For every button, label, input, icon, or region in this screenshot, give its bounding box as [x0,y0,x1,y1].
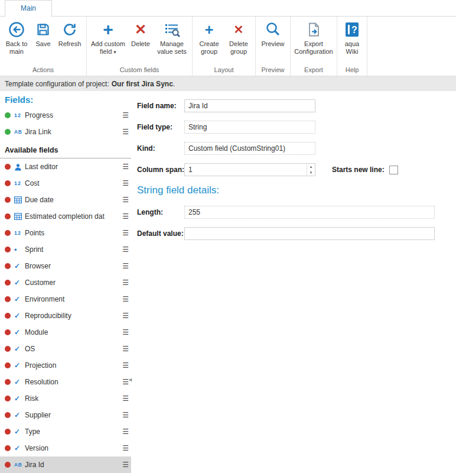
drag-handle-icon[interactable]: ☰ [122,295,129,303]
stepper-buttons: ▲ ▼ [307,164,315,176]
status-dot-red-icon [5,396,11,401]
create-group-button[interactable]: + Create group [194,18,224,56]
status-dot-red-icon [5,230,11,236]
field-label: Customer [25,279,120,287]
field-item[interactable]: ✓ Environment ☰ [0,291,131,307]
drag-handle-icon[interactable]: ☰ [122,394,129,403]
field-item[interactable]: ✓ Risk ☰ [0,390,131,407]
check-type-icon: ✓ [14,328,25,336]
field-item[interactable]: Last editor ☰ [0,158,131,175]
field-item[interactable]: ✓ Module ☰ [0,324,131,341]
drag-handle-icon[interactable]: ☰ [122,279,129,287]
calendar-type-icon [14,196,25,203]
calendar-type-icon [14,213,25,220]
sidebar-collapse-arrow[interactable]: ◄ [128,377,133,383]
drag-handle-icon[interactable]: ☰ [122,345,129,353]
stepper-up-button[interactable]: ▲ [307,164,315,170]
delete-group-button[interactable]: ✕ Delete group [224,18,253,56]
field-item[interactable]: ✓ Resolution ☰ [0,374,131,390]
drag-handle-icon[interactable]: ☰ [122,179,129,187]
status-dot-red-icon [5,263,11,269]
default-value-row: Default value: [137,227,456,240]
back-to-main-button[interactable]: Back to main [2,18,31,56]
field-item[interactable]: ✓ Version ☰ [0,440,131,456]
stepper-down-button[interactable]: ▼ [307,170,315,176]
field-item[interactable]: Estimated completion dat ☰ [0,208,131,225]
drag-handle-icon[interactable]: ☰ [122,428,129,436]
drag-handle-icon[interactable]: ☰ [122,229,129,237]
check-type-icon: ✓ [14,378,25,386]
field-label: Resolution [25,378,120,386]
tab-main[interactable]: Main [5,0,52,17]
length-row: Length: [137,206,456,219]
info-prefix: Template configuration of project: [5,80,109,88]
status-dot-red-icon [5,296,11,302]
drag-handle-icon[interactable]: ☰ [122,262,129,270]
field-item[interactable]: AB Jira Link ☰ [0,124,131,140]
aqua-wiki-button[interactable]: ? aqua Wiki [339,18,365,56]
content-area: Fields: 12 Progress ☰ AB Jira Link ☰ Ava… [0,91,456,476]
field-item[interactable]: 12 Cost ☰ [0,175,131,192]
field-item[interactable]: ✓ Customer ☰ [0,274,131,291]
ribbon-group-export: Export Configuration Export [291,17,337,76]
drag-handle-icon[interactable]: ☰ [122,328,129,336]
column-span-stepper: ▲ ▼ [184,163,315,176]
length-label: Length: [137,208,184,216]
ribbon-group-help: ? aqua Wiki Help [337,17,367,76]
manage-value-sets-button[interactable]: Manage value sets [154,18,190,56]
check-type-icon: ✓ [14,345,25,353]
status-dot-red-icon [5,412,11,418]
field-label: Version [25,444,120,452]
default-value-input[interactable] [184,227,435,240]
status-dot-red-icon [5,445,11,451]
drag-handle-icon[interactable]: ☰ [122,411,129,419]
ribbon-group-custom-fields: + Add custom field ▾ ✕ Delete Manage val… [87,17,193,76]
drag-handle-icon[interactable]: ☰ [122,111,129,119]
field-name-input[interactable] [184,99,315,112]
drag-handle-icon[interactable]: ☰ [122,444,129,452]
field-item[interactable]: ✓ OS ☰ [0,341,131,357]
button-label: Create group [194,40,224,56]
drag-handle-icon[interactable]: ☰ [122,312,129,320]
column-span-label: Column span: [137,166,184,174]
field-item[interactable]: ✓ Supplier ☰ [0,407,131,423]
refresh-button[interactable]: Refresh [55,18,84,48]
drag-handle-icon[interactable]: ☰ [122,212,129,221]
column-span-input[interactable] [184,163,315,176]
field-item[interactable]: ✓ Type ☰ [0,423,131,440]
drag-handle-icon[interactable]: ☰ [122,361,129,370]
delete-button[interactable]: ✕ Delete [128,18,154,48]
field-item[interactable]: Due date ☰ [0,192,131,208]
drag-handle-icon[interactable]: ☰ [122,196,129,204]
status-dot-red-icon [5,329,11,335]
field-item[interactable]: ✓ Projection ☰ [0,357,131,374]
starts-new-line-checkbox[interactable] [389,166,398,174]
field-item[interactable]: • Sprint ☰ [0,241,131,258]
check-type-icon: ✓ [14,262,25,270]
drag-handle-icon[interactable]: ☰ [122,245,129,254]
field-item[interactable]: 12 Points ☰ [0,225,131,241]
preview-button[interactable]: Preview [258,18,288,48]
status-dot-green-icon [5,129,11,135]
drag-handle-icon[interactable]: ☰ [122,163,129,171]
field-type-input[interactable] [184,121,315,134]
save-button[interactable]: Save [31,18,55,48]
add-custom-field-button[interactable]: + Add custom field ▾ [89,18,128,56]
length-input[interactable] [184,206,435,219]
number-type-icon: 12 [14,112,25,118]
default-value-label: Default value: [137,229,184,238]
field-label: Type [25,428,120,436]
field-item[interactable]: ✓ Browser ☰ [0,258,131,274]
export-configuration-button[interactable]: Export Configuration [292,18,335,56]
field-label: Jira Link [25,128,120,136]
ribbon-group-preview: Preview Preview [256,17,291,76]
field-item[interactable]: 12 Progress ☰ [0,107,131,124]
button-label: Refresh [58,40,82,48]
drag-handle-icon[interactable]: ☰ [122,128,129,136]
plus-icon: + [103,19,113,40]
kind-input[interactable] [184,142,315,155]
text-type-icon: AB [14,462,25,468]
field-item[interactable]: ✓ Reproducibility ☰ [0,307,131,324]
field-item-selected[interactable]: AB Jira Id ☰ [0,456,131,473]
drag-handle-icon[interactable]: ☰ [122,461,129,469]
